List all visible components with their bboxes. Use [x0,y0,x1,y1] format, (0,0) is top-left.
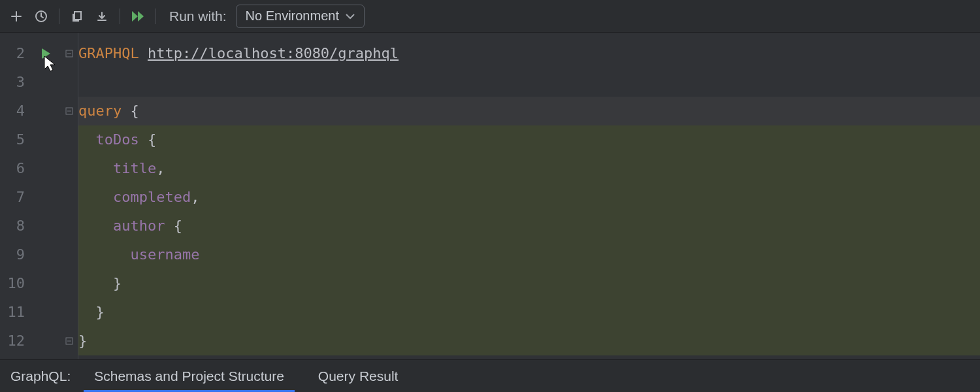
fold-toggle[interactable] [60,97,78,125]
line-number-gutter: 2 3 4 5 6 7 8 9 10 11 12 [0,33,31,359]
toolbar-separator [155,8,156,24]
line-number: 3 [0,68,25,97]
toolbar-separator [59,8,59,24]
environment-dropdown[interactable]: No Environment [236,5,365,28]
code-line[interactable]: toDos { [78,125,980,154]
code-line[interactable]: username [78,240,980,269]
code-line[interactable]: completed, [78,183,980,212]
line-number: 4 [0,97,25,125]
field-title: title [113,160,156,176]
run-all-button[interactable] [127,5,149,27]
panel-label: GraphQL: [4,368,77,384]
code-area[interactable]: GRAPHQL http://localhost:8080/graphql qu… [78,33,980,359]
code-line[interactable]: GRAPHQL http://localhost:8080/graphql [78,39,980,68]
field-toDos: toDos [96,131,139,148]
add-button[interactable] [5,5,27,27]
code-line[interactable] [78,68,980,97]
code-line[interactable]: query { [78,97,980,125]
line-number: 6 [0,154,25,183]
code-line[interactable]: title, [78,154,980,183]
line-number: 10 [0,269,25,298]
run-line-button[interactable] [31,39,60,68]
line-number: 12 [0,327,25,355]
history-button[interactable] [30,5,52,27]
field-completed: completed [113,189,191,205]
line-number: 8 [0,212,25,240]
field-author: author [113,218,165,234]
svg-rect-1 [74,12,81,20]
line-number: 11 [0,298,25,327]
tab-query-result[interactable]: Query Result [301,360,416,393]
endpoint-url[interactable]: http://localhost:8080/graphql [148,45,399,61]
environment-selected: No Environment [246,8,339,24]
toolbar: Run with: No Environment [0,0,980,33]
import-button[interactable] [91,5,113,27]
action-gutter [31,33,60,359]
toolbar-separator [120,8,120,24]
code-line[interactable]: } [78,298,980,327]
bottom-panel-tabs: GraphQL: Schemas and Project Structure Q… [0,359,980,392]
fold-gutter [60,33,78,359]
run-with-label: Run with: [169,8,227,24]
line-number: 9 [0,240,25,269]
editor: 2 3 4 5 6 7 8 9 10 11 12 GRAPHQL http://… [0,33,980,359]
tab-schemas[interactable]: Schemas and Project Structure [77,360,301,393]
line-number: 5 [0,125,25,154]
copy-button[interactable] [66,5,88,27]
line-number: 2 [0,39,25,68]
chevron-down-icon [346,13,355,20]
keyword-query: query [78,103,122,119]
code-line[interactable]: } [78,269,980,298]
http-method: GRAPHQL [78,45,139,61]
code-line[interactable]: } [78,327,980,355]
fold-toggle[interactable] [60,39,78,68]
line-number: 7 [0,183,25,212]
fold-end[interactable] [60,327,78,355]
code-line[interactable]: author { [78,212,980,240]
field-username: username [130,246,199,263]
